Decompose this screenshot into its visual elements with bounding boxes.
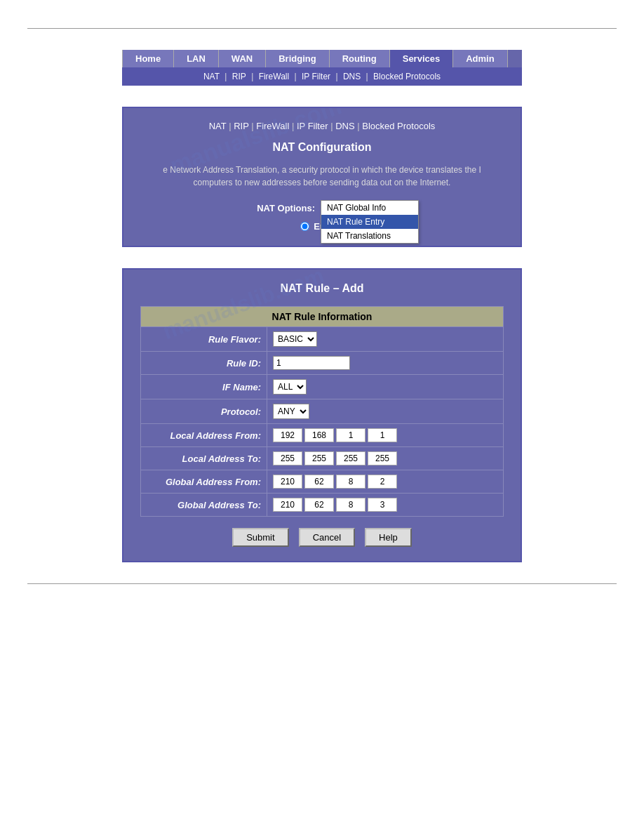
global-from-2[interactable] bbox=[304, 475, 334, 489]
local-from-2[interactable] bbox=[304, 428, 334, 442]
tab-routing[interactable]: Routing bbox=[330, 50, 390, 67]
menu-item-global-info[interactable]: NAT Global Info bbox=[321, 201, 418, 215]
local-to-3[interactable] bbox=[336, 451, 365, 465]
global-from-label: Global Address From: bbox=[141, 470, 267, 494]
if-name-label: IF Name: bbox=[141, 375, 267, 399]
global-from-value bbox=[267, 470, 504, 494]
sub-link-rip[interactable]: RIP bbox=[232, 72, 246, 81]
global-to-value bbox=[267, 494, 504, 517]
nat-rule-panel: manualslib.com NAT Rule – Add NAT Rule I… bbox=[122, 268, 522, 562]
tab-services[interactable]: Services bbox=[390, 50, 454, 67]
sub-link-nat[interactable]: NAT bbox=[203, 72, 220, 81]
local-to-2[interactable] bbox=[304, 451, 334, 465]
nat-options-dropdown-wrapper: NAT Global Info NAT Rule Entry NAT Trans… bbox=[321, 200, 406, 216]
local-from-value bbox=[267, 424, 504, 447]
protocol-label: Protocol: bbox=[141, 399, 267, 424]
nav-tabs: Home LAN WAN Bridging Routing Services A… bbox=[122, 50, 522, 67]
rule-info-table: NAT Rule Information Rule Flavor: BASIC … bbox=[140, 306, 504, 517]
global-to-4[interactable] bbox=[368, 498, 397, 512]
global-to-label: Global Address To: bbox=[141, 494, 267, 517]
menu-item-rule-entry[interactable]: NAT Rule Entry bbox=[321, 215, 418, 229]
local-to-1[interactable] bbox=[273, 451, 302, 465]
sub-link-blocked[interactable]: Blocked Protocols bbox=[373, 72, 441, 81]
nat-options-dropdown-menu: NAT Global Info NAT Rule Entry NAT Trans… bbox=[321, 200, 419, 244]
menu-item-translations[interactable]: NAT Translations bbox=[321, 229, 418, 243]
rule-flavor-label: Rule Flavor: bbox=[141, 327, 267, 352]
rule-flavor-value: BASIC NAPT bbox=[267, 327, 504, 352]
bottom-rule bbox=[27, 583, 617, 584]
local-from-ip bbox=[273, 428, 497, 442]
local-to-value bbox=[267, 447, 504, 470]
rule-id-input[interactable] bbox=[273, 356, 350, 370]
tab-wan[interactable]: WAN bbox=[219, 50, 266, 67]
tab-bridging[interactable]: Bridging bbox=[266, 50, 329, 67]
rule-info-header: NAT Rule Information bbox=[141, 307, 504, 327]
local-to-label: Local Address To: bbox=[141, 447, 267, 470]
global-to-3[interactable] bbox=[336, 498, 365, 512]
rule-title: NAT Rule – Add bbox=[140, 282, 504, 295]
panel-title: NAT Configuration bbox=[140, 141, 504, 154]
protocol-select[interactable]: ANY TCP UDP bbox=[273, 404, 309, 419]
sub-link-firewall[interactable]: FireWall bbox=[259, 72, 290, 81]
global-to-1[interactable] bbox=[273, 498, 302, 512]
btn-row: Submit Cancel Help bbox=[140, 528, 504, 547]
local-from-label: Local Address From: bbox=[141, 424, 267, 447]
submit-button[interactable]: Submit bbox=[232, 528, 288, 547]
panel-sub-nav: NAT | RIP | FireWall | IP Filter | DNS |… bbox=[140, 121, 504, 131]
tab-home[interactable]: Home bbox=[122, 50, 174, 67]
top-rule bbox=[27, 28, 617, 29]
nat-config-panel: manualslib.com NAT | RIP | FireWall | IP… bbox=[122, 107, 522, 247]
tab-admin[interactable]: Admin bbox=[453, 50, 507, 67]
nav-sub-bar: NAT | RIP | FireWall | IP Filter | DNS |… bbox=[122, 67, 522, 86]
global-from-1[interactable] bbox=[273, 475, 302, 489]
global-to-2[interactable] bbox=[304, 498, 334, 512]
if-name-select[interactable]: ALL bbox=[273, 379, 307, 395]
rule-id-value bbox=[267, 352, 504, 375]
rule-flavor-select[interactable]: BASIC NAPT bbox=[273, 331, 317, 347]
global-to-ip bbox=[273, 498, 497, 512]
local-from-1[interactable] bbox=[273, 428, 302, 442]
local-to-4[interactable] bbox=[368, 451, 397, 465]
sub-link-dns[interactable]: DNS bbox=[343, 72, 361, 81]
global-from-3[interactable] bbox=[336, 475, 365, 489]
rule-id-label: Rule ID: bbox=[141, 352, 267, 375]
if-name-value: ALL bbox=[267, 375, 504, 399]
help-button[interactable]: Help bbox=[365, 528, 412, 547]
local-to-ip bbox=[273, 451, 497, 465]
tab-lan[interactable]: LAN bbox=[174, 50, 219, 67]
local-from-3[interactable] bbox=[336, 428, 365, 442]
nav-section: Home LAN WAN Bridging Routing Services A… bbox=[122, 50, 522, 86]
cancel-button[interactable]: Cancel bbox=[299, 528, 355, 547]
panel-desc: e Network Address Translation, a securit… bbox=[140, 164, 504, 189]
protocol-value: ANY TCP UDP bbox=[267, 399, 504, 424]
global-from-ip bbox=[273, 475, 497, 489]
global-from-4[interactable] bbox=[368, 475, 397, 489]
nat-options-label: NAT Options: bbox=[238, 203, 315, 213]
enable-radio[interactable] bbox=[300, 222, 309, 231]
nat-options-row: NAT Options: NAT Global Info NAT Rule En… bbox=[140, 200, 504, 216]
sub-link-ipfilter[interactable]: IP Filter bbox=[302, 72, 330, 81]
local-from-4[interactable] bbox=[368, 428, 397, 442]
